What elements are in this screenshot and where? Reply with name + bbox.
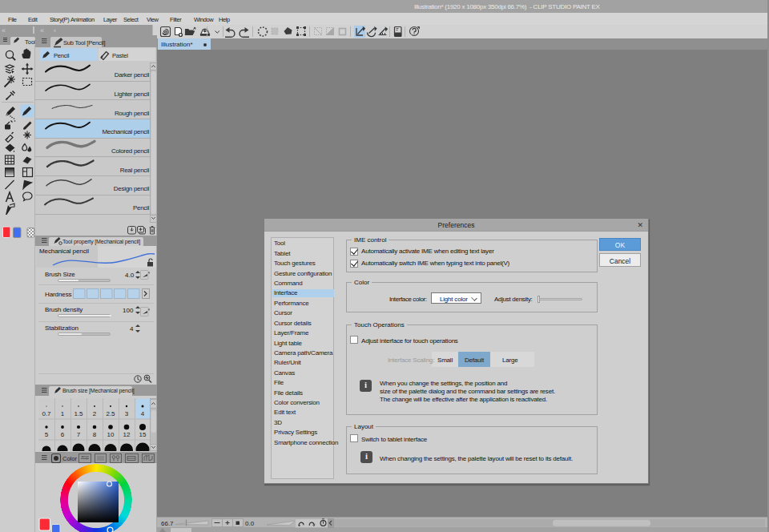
svg-text:10: 10: [107, 431, 115, 438]
svg-text:6: 6: [61, 431, 65, 438]
svg-text:3: 3: [125, 410, 129, 417]
svg-text:7: 7: [77, 431, 81, 438]
svg-text:0.7: 0.7: [42, 410, 51, 417]
svg-text:12: 12: [123, 431, 131, 438]
svg-text:2: 2: [93, 410, 97, 417]
svg-text:4: 4: [141, 410, 145, 417]
svg-text:1: 1: [61, 410, 65, 417]
svg-text:15: 15: [139, 431, 147, 438]
svg-text:Color: Color: [62, 455, 77, 462]
svg-text:1.5: 1.5: [74, 410, 83, 417]
svg-text:66.7: 66.7: [161, 520, 174, 527]
svg-text:5: 5: [45, 431, 49, 438]
svg-text:2.5: 2.5: [106, 410, 115, 417]
svg-text:8: 8: [93, 431, 97, 438]
svg-text:0.0: 0.0: [245, 520, 255, 527]
